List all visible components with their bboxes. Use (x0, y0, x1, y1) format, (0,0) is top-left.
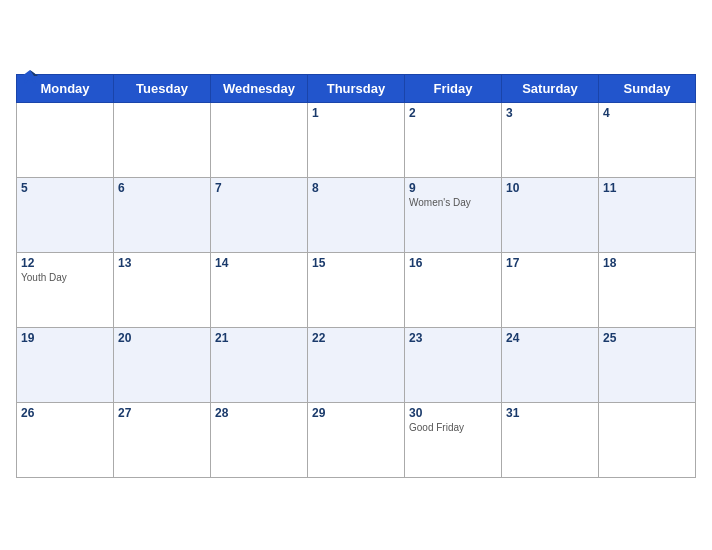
calendar-cell: 10 (502, 178, 599, 253)
calendar-cell: 30Good Friday (405, 403, 502, 478)
day-number: 2 (409, 106, 497, 120)
calendar-cell: 29 (308, 403, 405, 478)
calendar-week-row: 1234 (17, 103, 696, 178)
day-number: 3 (506, 106, 594, 120)
day-number: 8 (312, 181, 400, 195)
calendar-cell: 23 (405, 328, 502, 403)
day-number: 11 (603, 181, 691, 195)
calendar-week-row: 12Youth Day131415161718 (17, 253, 696, 328)
calendar-cell: 15 (308, 253, 405, 328)
holiday-name: Youth Day (21, 272, 109, 283)
weekday-header-row: MondayTuesdayWednesdayThursdayFridaySatu… (17, 75, 696, 103)
calendar-cell: 16 (405, 253, 502, 328)
calendar-cell: 19 (17, 328, 114, 403)
weekday-header-tuesday: Tuesday (114, 75, 211, 103)
day-number: 28 (215, 406, 303, 420)
day-number: 23 (409, 331, 497, 345)
calendar-cell: 31 (502, 403, 599, 478)
weekday-header-wednesday: Wednesday (211, 75, 308, 103)
weekday-header-thursday: Thursday (308, 75, 405, 103)
calendar-wrapper: MondayTuesdayWednesdayThursdayFridaySatu… (0, 56, 712, 494)
day-number: 15 (312, 256, 400, 270)
svg-marker-0 (22, 70, 38, 84)
day-number: 7 (215, 181, 303, 195)
calendar-thead: MondayTuesdayWednesdayThursdayFridaySatu… (17, 75, 696, 103)
calendar-cell (114, 103, 211, 178)
logo-icon (16, 66, 44, 94)
calendar-cell: 12Youth Day (17, 253, 114, 328)
calendar-cell: 20 (114, 328, 211, 403)
calendar-cell: 11 (599, 178, 696, 253)
day-number: 24 (506, 331, 594, 345)
calendar-cell: 13 (114, 253, 211, 328)
calendar-cell: 18 (599, 253, 696, 328)
calendar-table: MondayTuesdayWednesdayThursdayFridaySatu… (16, 74, 696, 478)
weekday-header-sunday: Sunday (599, 75, 696, 103)
day-number: 26 (21, 406, 109, 420)
day-number: 20 (118, 331, 206, 345)
day-number: 22 (312, 331, 400, 345)
day-number: 17 (506, 256, 594, 270)
day-number: 16 (409, 256, 497, 270)
calendar-cell: 8 (308, 178, 405, 253)
day-number: 9 (409, 181, 497, 195)
calendar-body: 123456789Women's Day101112Youth Day13141… (17, 103, 696, 478)
calendar-cell: 17 (502, 253, 599, 328)
day-number: 19 (21, 331, 109, 345)
calendar-week-row: 19202122232425 (17, 328, 696, 403)
day-number: 31 (506, 406, 594, 420)
calendar-week-row: 2627282930Good Friday31 (17, 403, 696, 478)
day-number: 30 (409, 406, 497, 420)
day-number: 25 (603, 331, 691, 345)
day-number: 29 (312, 406, 400, 420)
day-number: 27 (118, 406, 206, 420)
calendar-cell: 21 (211, 328, 308, 403)
day-number: 1 (312, 106, 400, 120)
calendar-cell: 5 (17, 178, 114, 253)
calendar-cell: 26 (17, 403, 114, 478)
day-number: 21 (215, 331, 303, 345)
day-number: 18 (603, 256, 691, 270)
weekday-header-saturday: Saturday (502, 75, 599, 103)
day-number: 13 (118, 256, 206, 270)
calendar-cell: 9Women's Day (405, 178, 502, 253)
day-number: 10 (506, 181, 594, 195)
calendar-cell: 25 (599, 328, 696, 403)
calendar-cell: 14 (211, 253, 308, 328)
calendar-cell: 7 (211, 178, 308, 253)
calendar-cell: 27 (114, 403, 211, 478)
calendar-cell (599, 403, 696, 478)
calendar-cell: 3 (502, 103, 599, 178)
calendar-cell: 6 (114, 178, 211, 253)
day-number: 5 (21, 181, 109, 195)
calendar-cell: 1 (308, 103, 405, 178)
day-number: 6 (118, 181, 206, 195)
calendar-cell (211, 103, 308, 178)
holiday-name: Women's Day (409, 197, 497, 208)
calendar-cell: 4 (599, 103, 696, 178)
calendar-cell: 2 (405, 103, 502, 178)
calendar-week-row: 56789Women's Day1011 (17, 178, 696, 253)
calendar-cell: 28 (211, 403, 308, 478)
day-number: 12 (21, 256, 109, 270)
logo-area (16, 66, 48, 94)
day-number: 14 (215, 256, 303, 270)
holiday-name: Good Friday (409, 422, 497, 433)
weekday-header-friday: Friday (405, 75, 502, 103)
calendar-cell (17, 103, 114, 178)
calendar-cell: 24 (502, 328, 599, 403)
calendar-cell: 22 (308, 328, 405, 403)
day-number: 4 (603, 106, 691, 120)
